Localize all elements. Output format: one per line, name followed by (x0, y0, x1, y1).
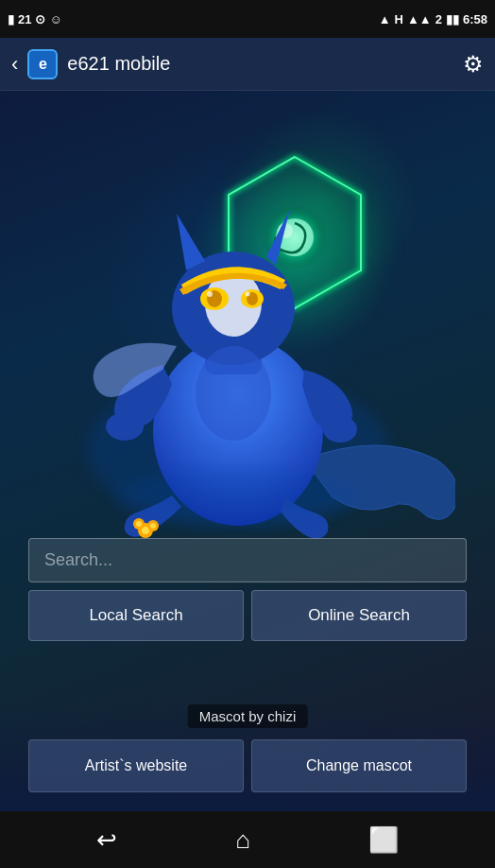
mascot-credit: Mascot by chizi (188, 704, 308, 728)
svg-point-27 (150, 523, 156, 529)
signal-icon: ▲▲ (407, 12, 432, 26)
back-nav-icon[interactable]: ↩ (96, 825, 117, 855)
svg-point-28 (115, 469, 361, 526)
time-indicator: 21 (18, 12, 31, 26)
status-left-icons: ▮ 21 ⊙ ☺ (8, 12, 62, 26)
search-buttons: Local Search Online Search (28, 590, 467, 641)
svg-point-18 (246, 292, 250, 297)
search-box-container (28, 538, 467, 582)
home-nav-icon[interactable]: ⌂ (235, 825, 250, 855)
mascot-image (40, 100, 455, 554)
bottom-buttons: Artist`s website Change mascot (28, 739, 467, 792)
svg-point-19 (196, 346, 271, 441)
app-icon-1: ⊙ (35, 12, 45, 26)
top-bar: ‹ e e621 mobile ⚙ (0, 38, 495, 91)
clock: 6:58 (463, 12, 487, 26)
search-input[interactable] (44, 550, 451, 570)
back-button[interactable]: ‹ (11, 52, 18, 77)
artist-website-button[interactable]: Artist`s website (28, 739, 244, 792)
search-area: Local Search Online Search (0, 538, 495, 641)
top-bar-left: ‹ e e621 mobile (11, 49, 170, 79)
recent-nav-icon[interactable]: ⬜ (368, 825, 399, 855)
battery-icon: ▮▮ (446, 12, 459, 26)
h-label: H (395, 12, 403, 26)
svg-point-25 (136, 521, 142, 527)
svg-point-20 (106, 412, 144, 441)
app-title: e621 mobile (67, 53, 170, 75)
status-bar: ▮ 21 ⊙ ☺ ▲ H ▲▲ 2 ▮▮ 6:58 (0, 0, 495, 38)
bottom-section: Mascot by chizi Artist`s website Change … (0, 704, 495, 811)
app-icon: e (27, 49, 58, 79)
app-icon-letter: e (39, 56, 47, 73)
2-label: 2 (435, 12, 442, 26)
local-search-button[interactable]: Local Search (28, 590, 244, 641)
change-mascot-button[interactable]: Change mascot (251, 739, 467, 792)
app-icon-2: ☺ (49, 12, 61, 26)
nav-bar: ↩ ⌂ ⬜ (0, 811, 495, 868)
battery-mini-icon: ▮ (8, 12, 14, 26)
settings-icon[interactable]: ⚙ (463, 51, 484, 78)
wifi-icon: ▲ (379, 12, 391, 26)
main-content: Local Search Online Search Mascot by chi… (0, 91, 495, 811)
svg-point-21 (323, 416, 357, 443)
online-search-button[interactable]: Online Search (251, 590, 467, 641)
status-right-icons: ▲ H ▲▲ 2 ▮▮ 6:58 (379, 12, 487, 26)
svg-point-17 (207, 291, 213, 297)
